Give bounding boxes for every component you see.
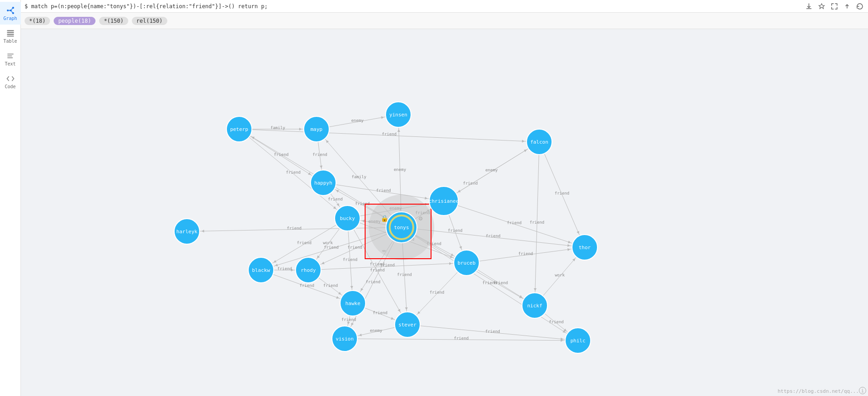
edge-label: work [323, 241, 333, 245]
tag-edges-count[interactable]: *(150) [99, 17, 128, 25]
svg-rect-7 [7, 30, 14, 31]
node-circle-yinsen [386, 102, 411, 127]
tonys-gear-icon: ⚙️ [419, 215, 423, 222]
edge-arrow [522, 140, 525, 142]
edge-arrow [320, 165, 322, 168]
node-bucky[interactable]: bucky [335, 206, 360, 231]
edge-label: friend [493, 281, 508, 285]
tag-rel-count[interactable]: rel(150) [132, 17, 167, 25]
edge-arrow [359, 334, 362, 336]
edge-label: friend [380, 263, 395, 267]
node-circle-bruceb [454, 250, 479, 276]
edge-arrow [534, 288, 537, 291]
node-bruceb[interactable]: bruceb [454, 250, 479, 276]
node-circle-vision [332, 326, 357, 351]
refresh-icon[interactable] [855, 2, 864, 11]
edge-arrow [519, 295, 522, 298]
graph-area[interactable]: friendfamilyenemyfriendfriendfriendfrien… [21, 29, 868, 396]
node-circle-falcon [527, 129, 552, 155]
edge-label: friend [277, 266, 292, 271]
edge-label: friend [530, 220, 545, 225]
node-peterp[interactable]: peterp [226, 116, 252, 142]
edge-arrow [351, 286, 353, 289]
sidebar-item-text[interactable]: Text [0, 47, 21, 70]
main-panel: $ match p=(n:people{name:"tonys"})-[:rel… [21, 0, 868, 396]
edge-label: enemy [370, 328, 382, 333]
node-circle-philc [565, 328, 591, 353]
topbar: $ match p=(n:people{name:"tonys"})-[:rel… [21, 0, 868, 13]
url-bar: https://blog.csdn.net/qq... [778, 388, 859, 394]
expand-icon[interactable] [830, 2, 839, 11]
sidebar-item-graph[interactable]: Graph [0, 2, 21, 25]
edge-label: friend [300, 283, 315, 288]
edge-label: friend [507, 221, 522, 225]
circle-info-icon[interactable]: i [859, 387, 866, 394]
edge-label: friend [397, 272, 412, 277]
node-blackw[interactable]: blackw [248, 257, 274, 283]
edge-label: enemy [485, 168, 498, 172]
node-thor[interactable]: thor [572, 235, 597, 260]
node-hawke[interactable]: hawke [340, 291, 366, 316]
edge-arrow [338, 292, 341, 295]
up-arrow-icon[interactable] [843, 2, 852, 11]
svg-line-6 [11, 10, 12, 13]
sidebar-item-table[interactable]: Table [0, 25, 21, 47]
sidebar-item-code[interactable]: Code [0, 70, 21, 93]
download-icon[interactable] [804, 2, 813, 11]
edge-label: friend [555, 191, 570, 195]
node-nickf[interactable]: nickf [522, 293, 547, 318]
node-circle-stever [395, 312, 420, 337]
edge-label: friend [454, 336, 469, 341]
node-circle-thor [572, 235, 597, 260]
edge-label: friend [297, 241, 312, 245]
node-falcon[interactable]: falcon [527, 129, 552, 155]
node-circle-nickf [522, 293, 547, 318]
edge-label: friend [549, 320, 564, 324]
edge-label: friend [323, 283, 338, 288]
node-circle-happyh [311, 170, 336, 195]
node-mayp[interactable]: mayp [304, 116, 329, 142]
node-circle-blackw [248, 257, 274, 283]
edge-label: friend [347, 245, 362, 250]
edge-arrow [397, 129, 400, 132]
edge-label: friend [373, 311, 388, 315]
edge-arrow [361, 288, 363, 291]
text-icon [6, 51, 15, 60]
edge-arrow [299, 128, 302, 130]
query-text: $ match p=(n:people{name:"tonys"})-[:rel… [25, 3, 801, 10]
edge-arrow [567, 244, 570, 247]
edge-arrow [362, 220, 365, 222]
edge-arrow [308, 172, 311, 175]
node-philc[interactable]: philc [565, 328, 591, 353]
sidebar-text-label: Text [5, 61, 15, 66]
code-icon [6, 74, 15, 83]
tag-people-count[interactable]: people(18) [54, 17, 95, 25]
tag-nodes-count[interactable]: *(18) [25, 17, 50, 25]
node-stever[interactable]: stever [395, 312, 420, 337]
pin-icon[interactable] [817, 2, 826, 11]
edge-label: friend [370, 268, 385, 272]
tonys-lock-icon: 🔒 [381, 215, 389, 222]
edge-arrow [317, 256, 320, 259]
edge-label: friend [463, 181, 478, 185]
edge-arrow [201, 230, 204, 232]
edge-label: friend [324, 245, 339, 250]
node-harleyk[interactable]: harleyk [174, 219, 200, 244]
edge-label: friend [486, 234, 501, 238]
node-tonys[interactable]: tonys [386, 212, 417, 243]
node-circle-hawke [340, 291, 366, 316]
node-rhody[interactable]: rhody [296, 257, 321, 283]
edge-label: family [271, 125, 286, 130]
edge-arrow [449, 262, 452, 265]
node-vision[interactable]: vision [332, 326, 357, 351]
node-circle-tonys [386, 212, 417, 243]
sidebar-graph-label: Graph [3, 16, 17, 21]
node-chrisianee[interactable]: chrisianee [429, 186, 459, 216]
svg-point-0 [7, 9, 9, 11]
node-yinsen[interactable]: yinsen [386, 102, 411, 127]
edge-arrow [568, 241, 571, 243]
sidebar-code-label: Code [5, 84, 15, 89]
node-circle-harleyk [174, 219, 200, 244]
edge-label: enemy [351, 118, 364, 123]
node-happyh[interactable]: happyh [311, 170, 336, 195]
